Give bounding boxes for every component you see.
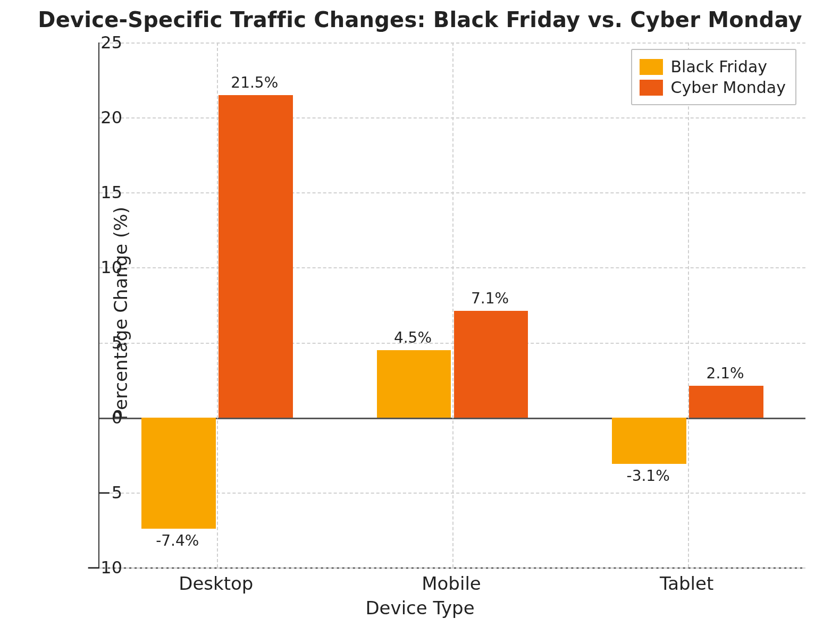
bar-cyber-monday-tablet [689,386,763,417]
legend-label: Cyber Monday [670,78,786,97]
bar-black-friday-tablet [612,418,686,464]
gridline-v [217,43,218,567]
gridline-v [688,43,689,567]
chart-title: Device-Specific Traffic Changes: Black F… [0,7,840,32]
y-tick-label: 15 [43,182,122,202]
bar-value-label: -3.1% [595,467,701,485]
y-tick-label: 0 [43,408,122,428]
y-tick-label: −5 [43,482,122,503]
y-tick-label: 20 [43,107,122,128]
legend-swatch [640,80,663,96]
x-axis-label: Device Type [0,597,840,618]
bar-black-friday-mobile [377,350,451,418]
y-tick-label: 25 [43,32,122,53]
bar-value-label: -7.4% [124,532,231,549]
bar-value-label: 2.1% [672,365,778,382]
y-tick-label: 5 [43,333,122,353]
x-tick-label: Tablet [607,573,767,594]
legend-item: Cyber Monday [640,77,786,98]
legend-swatch [640,59,663,75]
legend-label: Black Friday [670,57,767,76]
bar-value-label: 21.5% [201,74,308,91]
gridline-h [99,567,805,569]
bar-cyber-monday-desktop [219,95,292,418]
x-tick-label: Desktop [136,573,296,594]
y-tick-label: −10 [43,557,122,578]
bar-cyber-monday-mobile [454,311,528,417]
y-tick-label: 10 [43,257,122,277]
bar-value-label: 7.1% [437,290,543,307]
x-tick-label: Mobile [372,573,531,594]
bar-black-friday-desktop [141,418,215,529]
bar-value-label: 4.5% [359,329,466,346]
chart-container: Device-Specific Traffic Changes: Black F… [0,0,840,627]
legend-item: Black Friday [640,56,786,77]
legend: Black FridayCyber Monday [631,49,796,105]
